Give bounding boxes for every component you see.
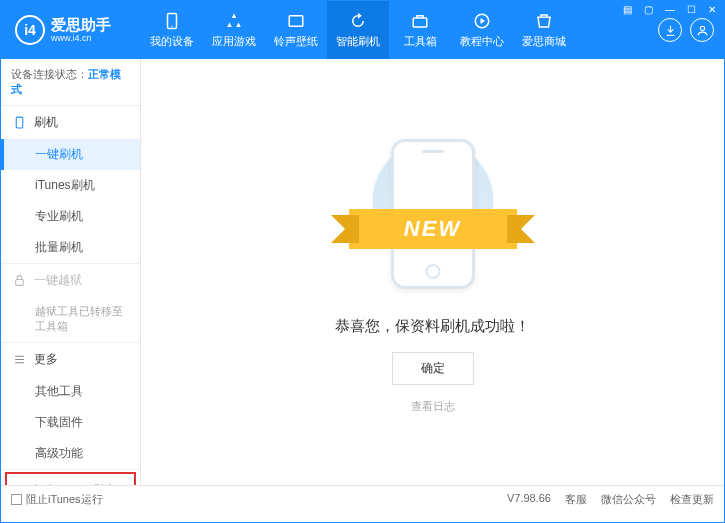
svg-rect-2 bbox=[289, 15, 303, 26]
logo-icon: i4 bbox=[15, 15, 45, 45]
skin-icon[interactable]: ▢ bbox=[641, 4, 656, 15]
lock-icon bbox=[13, 274, 26, 287]
view-log-link[interactable]: 查看日志 bbox=[411, 399, 455, 414]
svg-rect-6 bbox=[16, 117, 23, 128]
apps-icon bbox=[225, 12, 243, 30]
nav-flash[interactable]: 智能刷机 bbox=[327, 1, 389, 59]
maximize-icon[interactable]: ☐ bbox=[684, 4, 699, 15]
list-icon bbox=[13, 353, 26, 366]
checkbox-icon bbox=[11, 494, 22, 505]
app-subtitle: www.i4.cn bbox=[51, 33, 111, 43]
checkbox-skip-guide[interactable]: ✓ 跳过向导 bbox=[76, 482, 125, 485]
user-button[interactable] bbox=[690, 18, 714, 42]
ribbon-new: NEW bbox=[349, 209, 517, 249]
sidebar-item-pro-flash[interactable]: 专业刷机 bbox=[1, 201, 140, 232]
checkbox-auto-activate[interactable]: ✓ 自动激活 bbox=[17, 482, 66, 485]
phone-icon bbox=[13, 116, 26, 129]
footer-service[interactable]: 客服 bbox=[565, 492, 587, 507]
nav-ringtone[interactable]: 铃声壁纸 bbox=[265, 1, 327, 59]
header-actions bbox=[658, 18, 724, 42]
wallpaper-icon bbox=[287, 12, 305, 30]
download-icon bbox=[664, 24, 677, 37]
sidebar-item-other-tools[interactable]: 其他工具 bbox=[1, 376, 140, 407]
window-controls: ▤ ▢ ― ☐ ✕ bbox=[620, 4, 719, 15]
sidebar-item-oneclick-flash[interactable]: 一键刷机 bbox=[1, 139, 140, 170]
svg-rect-7 bbox=[16, 279, 24, 285]
main-content: NEW 恭喜您，保资料刷机成功啦！ 确定 查看日志 bbox=[141, 59, 724, 485]
minimize-icon[interactable]: ― bbox=[662, 4, 678, 15]
highlighted-options: ✓ 自动激活 ✓ 跳过向导 bbox=[5, 472, 136, 485]
sidebar-head-flash[interactable]: 刷机 bbox=[1, 106, 140, 139]
nav-toolbox[interactable]: 工具箱 bbox=[389, 1, 451, 59]
footer-wechat[interactable]: 微信公众号 bbox=[601, 492, 656, 507]
sidebar: 设备连接状态：正常模式 刷机 一键刷机 iTunes刷机 专业刷机 批量刷机 一… bbox=[1, 59, 141, 485]
success-illustration: NEW bbox=[363, 131, 503, 301]
download-button[interactable] bbox=[658, 18, 682, 42]
refresh-icon bbox=[349, 12, 367, 30]
svg-rect-3 bbox=[413, 18, 427, 27]
app-header: i4 爱思助手 www.i4.cn 我的设备 应用游戏 铃声壁纸 智能刷机 工具… bbox=[1, 1, 724, 59]
main-nav: 我的设备 应用游戏 铃声壁纸 智能刷机 工具箱 教程中心 爱思商城 bbox=[141, 1, 658, 59]
sidebar-item-batch-flash[interactable]: 批量刷机 bbox=[1, 232, 140, 263]
sidebar-item-itunes-flash[interactable]: iTunes刷机 bbox=[1, 170, 140, 201]
sidebar-item-advanced[interactable]: 高级功能 bbox=[1, 438, 140, 469]
confirm-button[interactable]: 确定 bbox=[392, 352, 474, 385]
checkbox-block-itunes[interactable]: 阻止iTunes运行 bbox=[11, 492, 103, 507]
sidebar-item-download-firmware[interactable]: 下载固件 bbox=[1, 407, 140, 438]
nav-tutorials[interactable]: 教程中心 bbox=[451, 1, 513, 59]
nav-store[interactable]: 爱思商城 bbox=[513, 1, 575, 59]
nav-my-device[interactable]: 我的设备 bbox=[141, 1, 203, 59]
user-icon bbox=[696, 24, 709, 37]
close-icon[interactable]: ✕ bbox=[705, 4, 719, 15]
phone-icon bbox=[163, 12, 181, 30]
menu-icon[interactable]: ▤ bbox=[620, 4, 635, 15]
success-message: 恭喜您，保资料刷机成功啦！ bbox=[335, 317, 530, 336]
sidebar-jailbreak-note: 越狱工具已转移至 工具箱 bbox=[1, 297, 140, 342]
toolbox-icon bbox=[411, 12, 429, 30]
nav-apps[interactable]: 应用游戏 bbox=[203, 1, 265, 59]
footer-update[interactable]: 检查更新 bbox=[670, 492, 714, 507]
footer: 阻止iTunes运行 V7.98.66 客服 微信公众号 检查更新 bbox=[1, 485, 724, 513]
tutorial-icon bbox=[473, 12, 491, 30]
app-title: 爱思助手 bbox=[51, 17, 111, 34]
sidebar-head-more[interactable]: 更多 bbox=[1, 343, 140, 376]
sidebar-head-jailbreak[interactable]: 一键越狱 bbox=[1, 264, 140, 297]
logo-area: i4 爱思助手 www.i4.cn bbox=[1, 15, 141, 45]
version-label: V7.98.66 bbox=[507, 492, 551, 507]
svg-point-5 bbox=[700, 26, 704, 30]
store-icon bbox=[535, 12, 553, 30]
svg-point-1 bbox=[171, 25, 173, 27]
connection-status: 设备连接状态：正常模式 bbox=[1, 59, 140, 106]
